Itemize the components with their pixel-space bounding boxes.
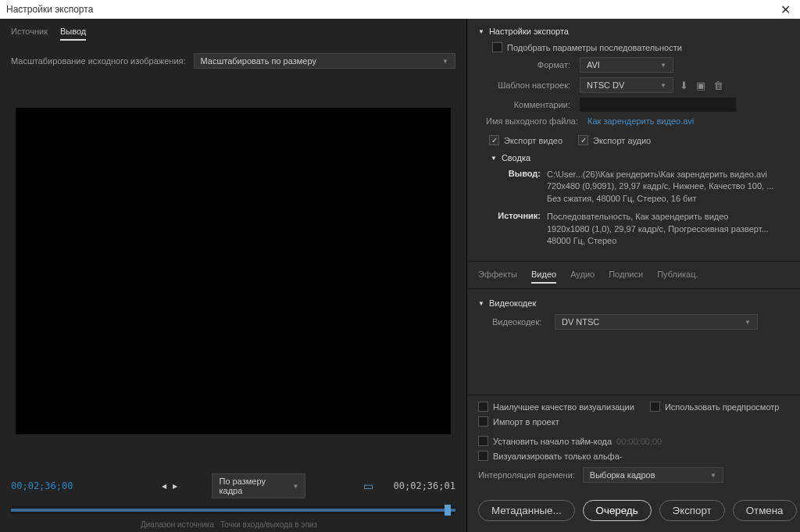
best-quality-checkbox[interactable] <box>478 402 488 412</box>
codec-dropdown[interactable]: DV NTSC ▼ <box>555 314 758 330</box>
match-sequence-checkbox[interactable] <box>492 42 502 52</box>
subtab-captions[interactable]: Подписи <box>609 270 643 284</box>
comment-label: Комментарии: <box>478 100 580 109</box>
summary-source-label: Источник: <box>492 211 547 247</box>
format-dropdown[interactable]: AVI ▼ <box>580 57 673 73</box>
summary-output-label: Вывод: <box>492 169 547 205</box>
chevron-down-icon: ▼ <box>660 62 666 69</box>
titlebar: Настройки экспорта ✕ <box>0 0 800 19</box>
next-frame-icon[interactable]: ▶ <box>171 481 179 491</box>
chevron-down-icon: ▼ <box>710 472 716 479</box>
tab-output[interactable]: Вывод <box>60 27 86 41</box>
summary-output-text: C:\User...(26)\Как рендерить\Как заренде… <box>547 169 797 205</box>
queue-button[interactable]: Очередь <box>583 500 652 521</box>
export-button[interactable]: Экспорт <box>659 500 725 521</box>
close-icon[interactable]: ✕ <box>777 2 794 17</box>
format-label: Формат: <box>478 60 580 70</box>
import-project-checkbox[interactable] <box>478 416 488 427</box>
chevron-down-icon: ▼ <box>478 300 484 307</box>
timecode-start[interactable]: 00;02;36;00 <box>11 480 73 491</box>
preset-dropdown[interactable]: NTSC DV ▼ <box>580 77 673 93</box>
tab-source[interactable]: Источник <box>11 27 48 41</box>
chevron-down-icon: ▼ <box>478 28 484 35</box>
chevron-down-icon: ▼ <box>491 155 497 162</box>
save-preset-icon[interactable]: ⬇ <box>680 80 688 91</box>
alpha-only-checkbox[interactable] <box>478 451 488 461</box>
output-name-label: Имя выходного файла: <box>478 116 588 126</box>
scaling-dropdown[interactable]: Масштабировать по размеру ▼ <box>194 53 455 69</box>
delete-preset-icon[interactable]: 🗑 <box>713 80 723 91</box>
source-range-label: Диапазон источника <box>141 520 214 529</box>
subtab-video[interactable]: Видео <box>531 270 556 284</box>
export-settings-header[interactable]: ▼ Настройки экспорта <box>478 27 797 36</box>
import-preset-icon[interactable]: ▣ <box>696 80 705 91</box>
chevron-down-icon: ▼ <box>442 58 448 65</box>
codec-header[interactable]: ▼ Видеокодек <box>478 298 797 308</box>
subtab-audio[interactable]: Аудио <box>570 270 595 284</box>
summary-header[interactable]: ▼ Сводка <box>491 153 797 162</box>
fit-dropdown[interactable]: По размеру кадра ▼ <box>212 473 305 498</box>
chevron-down-icon: ▼ <box>745 319 751 326</box>
chevron-down-icon: ▼ <box>293 483 299 490</box>
prev-frame-icon[interactable]: ◀ <box>160 481 168 491</box>
scaling-label: Масштабирование исходного изображения: <box>11 56 186 66</box>
render-options: Наилучшее качество визуализации Использо… <box>467 395 800 489</box>
summary-source-text: Последовательность, Как зарендерить виде… <box>547 211 797 247</box>
subtab-effects[interactable]: Эффекты <box>478 270 517 284</box>
metadata-button[interactable]: Метаданные... <box>478 500 575 521</box>
preset-label: Шаблон настроек: <box>478 80 580 90</box>
aspect-ratio-icon[interactable]: ▭ <box>362 478 375 494</box>
chevron-down-icon: ▼ <box>660 82 666 89</box>
video-preview[interactable] <box>16 108 451 434</box>
interp-label: Интерполяция времени: <box>478 470 583 480</box>
subtab-publish[interactable]: Публикац. <box>657 270 698 284</box>
settings-panel: ▼ Настройки экспорта Подобрать параметры… <box>467 19 800 532</box>
export-audio-checkbox[interactable] <box>578 135 588 145</box>
output-name-link[interactable]: Как зарендерить видео.avi <box>588 116 694 126</box>
export-video-checkbox[interactable] <box>489 135 499 145</box>
timeline[interactable] <box>11 506 455 514</box>
timecode-end: 00;02;36;01 <box>394 480 455 491</box>
preview-panel: Источник Вывод Масштабирование исходного… <box>0 19 467 532</box>
playhead[interactable] <box>445 505 451 516</box>
codec-label: Видеокодек: <box>492 317 555 327</box>
use-previews-checkbox[interactable] <box>650 402 660 412</box>
comment-input[interactable] <box>580 98 736 112</box>
interp-dropdown[interactable]: Выборка кадров ▼ <box>583 467 723 483</box>
match-sequence-label: Подобрать параметры последовательности <box>507 43 682 52</box>
set-start-tc-checkbox[interactable] <box>478 436 488 446</box>
cancel-button[interactable]: Отмена <box>733 500 797 521</box>
window-title: Настройки экспорта <box>6 4 93 15</box>
source-range-value[interactable]: Точки входа/выхода в эпиз <box>220 520 317 529</box>
